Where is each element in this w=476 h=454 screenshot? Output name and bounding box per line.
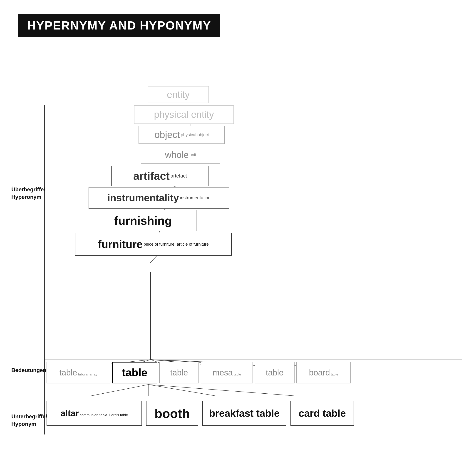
hyponym-card-table: card table	[291, 401, 354, 426]
hyponym-label: Unterbegriffe/Hyponym	[11, 405, 47, 428]
bedeutungen-label: Bedeutungen	[11, 366, 46, 374]
hyponym-altar: altarcommunion table, Lord's table	[46, 401, 142, 426]
vertical-axis-line	[44, 105, 45, 434]
node-artifact: artifactartefact	[111, 166, 209, 186]
node-object: objectphysical object	[138, 126, 225, 144]
hyponym-booth: booth	[146, 401, 198, 426]
title-text: HYPERNYMY AND HYPONYMY	[27, 19, 211, 32]
node-entity: entity	[148, 86, 209, 103]
node-instrumentality: instrumentalityinstrumentation	[89, 187, 229, 209]
bedeutung-table-1: tabletabular array	[46, 362, 110, 383]
node-furniture: furniturepiece of furniture, article of …	[75, 233, 232, 256]
bedeutung-board: boardtable	[296, 362, 351, 383]
svg-line-13	[150, 255, 157, 263]
hyponym-line	[44, 396, 462, 396]
bedeutung-mesa: mesatable	[201, 362, 253, 383]
bedeutungen-row: tabletabular array table table mesatable…	[46, 362, 351, 383]
connector-lines	[0, 51, 476, 448]
hyponym-row: altarcommunion table, Lord's table booth…	[46, 401, 354, 426]
svg-line-24	[148, 385, 295, 396]
bedeutung-table-5: table	[255, 362, 295, 383]
node-physical-entity: physical entity	[134, 105, 234, 124]
title-bar: HYPERNYMY AND HYPONYMY	[18, 14, 220, 37]
hyperonym-label: Überbegriffe/Hyperonym	[11, 178, 45, 201]
svg-line-21	[91, 385, 148, 396]
bedeutung-table-selected: table	[112, 362, 157, 383]
node-whole: wholeunit	[141, 146, 220, 164]
hyponym-breakfast-table: breakfast table	[202, 401, 286, 426]
bedeutungen-line	[44, 360, 462, 360]
node-furnishing: furnishing	[90, 210, 196, 231]
svg-line-23	[148, 385, 216, 396]
bedeutung-table-3: table	[159, 362, 199, 383]
